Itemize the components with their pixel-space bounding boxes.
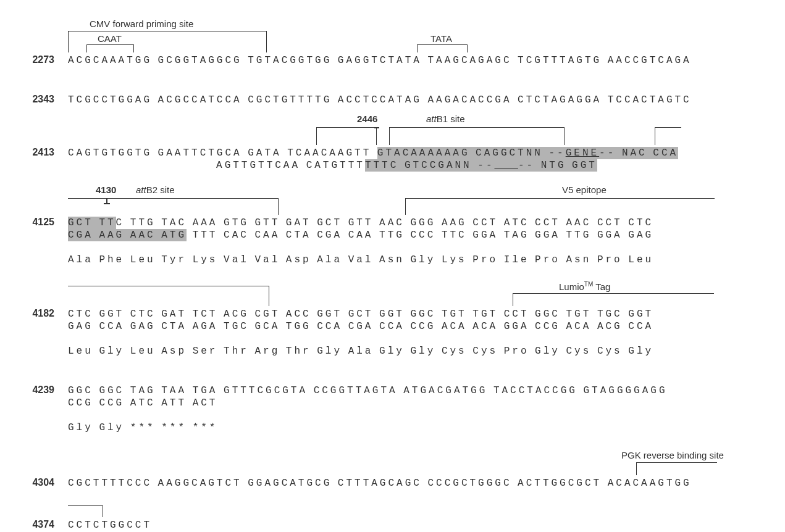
sequence-text: GCT TTC TTG TAC AAA GTG GTT GAT GCT GTT … [68, 217, 772, 266]
sequence-text: ACGCAAATGG GCGGTAGGCG TGTACGGTGG GAGGTCT… [68, 54, 772, 67]
label-v5: V5 epitope [562, 185, 607, 195]
sequence-text: CAGTGTGGTG GAATTCTGCA GATA TCAACAAGTT GT… [68, 147, 772, 172]
bracket-caat [86, 44, 134, 52]
sequence-text: CCTCTGGCCT [68, 519, 772, 531]
label-4130: 4130 [96, 185, 116, 195]
sequence-text: CGCTTTTCCC AAGGCAGTCT GGAGCATGCG CTTTAGC… [68, 477, 772, 489]
position-label: 4304 [6, 477, 54, 488]
seq-row-4304: 4304 CGCTTTTCCC AAGGCAGTCT GGAGCATGCG CT… [6, 477, 772, 489]
label-pgk: PGK reverse binding site [621, 450, 724, 460]
position-label: 2343 [6, 94, 54, 105]
label-lumio: LumioTM Tag [559, 281, 610, 292]
seq-row-4374: 4374 CCTCTGGCCT [6, 519, 772, 531]
position-label: 4374 [6, 519, 54, 530]
bracket-tata [417, 44, 468, 52]
bracket-attb1 [389, 127, 565, 145]
seq-row-2413: 2413 CAGTGTGGTG GAATTCTGCA GATA TCAACAAG… [6, 147, 772, 172]
position-label: 4125 [6, 217, 54, 228]
bracket-v5-end [68, 286, 269, 306]
sequence-text: TCGCCTGGAG ACGCCATCCA CGCTGTTTTG ACCTCCA… [68, 94, 772, 106]
sequence-text: CTC GGT CTC GAT TCT ACG CGT ACC GGT GCT … [68, 308, 772, 357]
position-label: 4239 [6, 384, 54, 396]
label-tata: TATA [430, 33, 452, 44]
position-label: 2273 [6, 54, 54, 65]
bracket-pgk-end [68, 505, 103, 517]
seq-row-2273: 2273 ACGCAAATGG GCGGTAGGCG TGTACGGTGG GA… [6, 54, 772, 67]
sequence-map: CMV forward priming site CAAT TATA 2273 … [6, 19, 772, 531]
sequence-text: GGC GGC TAG TAA TGA GTTTCGCGTA CCGGTTAGT… [68, 384, 772, 434]
seq-row-4182: 4182 CTC GGT CTC GAT TCT ACG CGT ACC GGT… [6, 308, 772, 357]
bracket-4130 [68, 198, 279, 215]
bracket-nac-half [655, 127, 681, 145]
position-label: 2413 [6, 147, 54, 158]
seq-row-2343: 2343 TCGCCTGGAG ACGCCATCCA CGCTGTTTTG AC… [6, 94, 772, 106]
bracket-v5 [405, 198, 715, 215]
label-attb1: attB1 site [426, 114, 465, 124]
label-caat: CAAT [98, 33, 122, 44]
bracket-pgk [636, 462, 717, 475]
bracket-lumio [513, 293, 714, 306]
label-attb2: attB2 site [136, 185, 175, 195]
label-pro: Pro [689, 175, 785, 186]
gene-placeholder: GENE [566, 148, 599, 159]
seq-row-4125: 4125 GCT TTC TTG TAC AAA GTG GTT GAT GCT… [6, 217, 772, 266]
seq-row-4239: 4239 GGC GGC TAG TAA TGA GTTTCGCGTA CCGG… [6, 384, 772, 434]
bracket-2446-cut [316, 127, 377, 145]
label-cmv: CMV forward priming site [90, 19, 193, 29]
position-label: 4182 [6, 308, 54, 319]
label-2446: 2446 [357, 114, 377, 124]
